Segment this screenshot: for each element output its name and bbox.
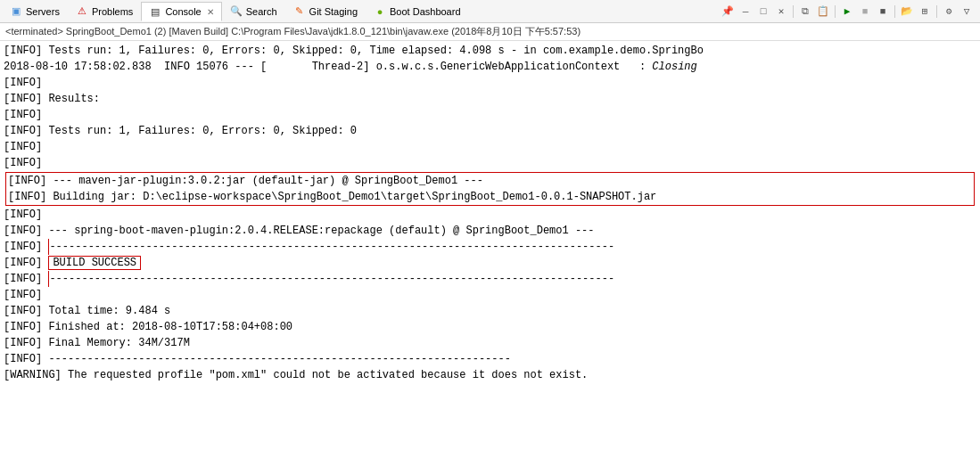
console-line: [INFO] bbox=[4, 287, 976, 303]
console-line: [INFO] --- spring-boot-maven-plugin:2.0.… bbox=[4, 223, 976, 239]
divider-2 bbox=[835, 5, 836, 18]
console-line: [INFO] Final Memory: 34M/317M bbox=[4, 335, 976, 351]
toolbar-right: 📌 — □ ✕ ⧉ 📋 ▶ ■ ■ 📂 ⊞ ⚙ ▽ bbox=[720, 4, 978, 20]
tab-problems[interactable]: ⚠ Problems bbox=[68, 2, 141, 21]
tab-bar: ▣ Servers ⚠ Problems ▤ Console ✕ 🔍 Searc… bbox=[0, 0, 980, 23]
console-close-icon[interactable]: ✕ bbox=[207, 7, 214, 17]
console-icon: ▤ bbox=[149, 5, 161, 18]
console-line: [INFO] ---------------------------------… bbox=[4, 271, 976, 287]
problems-icon: ⚠ bbox=[76, 5, 88, 18]
stop-icon[interactable]: ■ bbox=[857, 4, 873, 20]
console-line: [INFO] bbox=[4, 107, 976, 123]
success-section: [INFO] ---------------------------------… bbox=[4, 239, 976, 287]
settings-icon[interactable]: ⚙ bbox=[941, 4, 957, 20]
tab-git-label: Git Staging bbox=[309, 6, 358, 17]
git-icon: ✎ bbox=[293, 5, 306, 18]
tab-console[interactable]: ▤ Console ✕ bbox=[141, 2, 221, 21]
copy-icon[interactable]: ⧉ bbox=[797, 4, 813, 20]
console-line: [INFO] Results: bbox=[4, 91, 976, 107]
console-line: [INFO] Building jar: D:\eclipse-workspac… bbox=[6, 189, 974, 205]
tab-boot-label: Boot Dashboard bbox=[390, 6, 461, 17]
console-line: [INFO] Tests run: 1, Failures: 0, Errors… bbox=[4, 43, 976, 59]
stop2-icon[interactable]: ■ bbox=[875, 4, 891, 20]
boot-icon: ● bbox=[374, 5, 386, 18]
divider-3 bbox=[894, 5, 895, 18]
red-box-maven-jar: [INFO] --- maven-jar-plugin:3.0.2:jar (d… bbox=[5, 172, 975, 206]
tab-git-staging[interactable]: ✎ Git Staging bbox=[285, 2, 366, 21]
console-line: [INFO] --- maven-jar-plugin:3.0.2:jar (d… bbox=[6, 173, 974, 189]
tab-servers[interactable]: ▣ Servers bbox=[2, 2, 68, 21]
server-icon: ▣ bbox=[10, 5, 22, 18]
console-area[interactable]: [INFO] Tests run: 1, Failures: 0, Errors… bbox=[0, 41, 980, 450]
divider-4 bbox=[936, 5, 937, 18]
console-line: [INFO] bbox=[4, 75, 976, 91]
divider-1 bbox=[793, 5, 794, 18]
minimize-icon[interactable]: — bbox=[737, 4, 754, 20]
close-view-icon[interactable]: ✕ bbox=[773, 4, 789, 20]
pin-icon[interactable]: 📌 bbox=[720, 4, 736, 20]
tab-console-label: Console bbox=[165, 6, 201, 17]
path-bar: <terminated> SpringBoot_Demo1 (2) [Maven… bbox=[0, 23, 980, 41]
console-line: [INFO] bbox=[4, 155, 976, 171]
tab-problems-label: Problems bbox=[92, 6, 133, 17]
console-line: [INFO] bbox=[4, 207, 976, 223]
tab-servers-label: Servers bbox=[26, 6, 60, 17]
open-file-icon[interactable]: 📂 bbox=[899, 4, 915, 20]
paste-icon[interactable]: 📋 bbox=[815, 4, 831, 20]
console-line: [INFO] ---------------------------------… bbox=[4, 239, 976, 255]
run-icon[interactable]: ▶ bbox=[839, 4, 855, 20]
view-menu-icon[interactable]: ▽ bbox=[959, 4, 975, 20]
path-text: <terminated> SpringBoot_Demo1 (2) [Maven… bbox=[5, 25, 581, 38]
console-line: [WARNING] The requested profile "pom.xml… bbox=[4, 367, 976, 383]
maximize-icon[interactable]: □ bbox=[755, 4, 771, 20]
tab-search[interactable]: 🔍 Search bbox=[222, 2, 285, 21]
new-console-icon[interactable]: ⊞ bbox=[917, 4, 933, 20]
console-line: [INFO] ---------------------------------… bbox=[4, 351, 976, 367]
build-success-line: [INFO] BUILD SUCCESS bbox=[4, 255, 976, 271]
tab-boot-dashboard[interactable]: ● Boot Dashboard bbox=[366, 2, 469, 21]
console-line: [INFO] bbox=[4, 139, 976, 155]
console-line: [INFO] Total time: 9.484 s bbox=[4, 303, 976, 319]
console-line: [INFO] Finished at: 2018-08-10T17:58:04+… bbox=[4, 319, 976, 335]
search-icon: 🔍 bbox=[230, 5, 243, 18]
tab-search-label: Search bbox=[246, 6, 277, 17]
console-line: 2018-08-10 17:58:02.838 INFO 15076 --- [… bbox=[4, 59, 976, 75]
console-line: [INFO] Tests run: 1, Failures: 0, Errors… bbox=[4, 123, 976, 139]
